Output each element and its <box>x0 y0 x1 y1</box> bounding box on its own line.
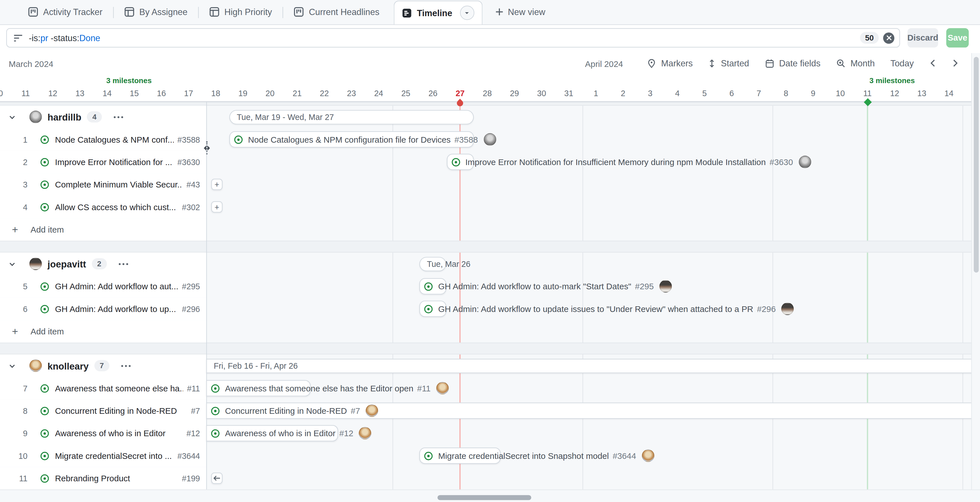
table-row[interactable]: 6GH Admin: Add workflow to up...#296 <box>0 298 206 320</box>
chevron-down-icon[interactable] <box>8 260 16 268</box>
group-menu-button[interactable] <box>121 365 130 367</box>
open-issue-icon <box>40 157 49 166</box>
day-label: 10 <box>0 89 11 98</box>
row-number: 7 <box>0 384 27 393</box>
table-row[interactable]: 9Awareness of who is in Editor#12 <box>0 422 206 445</box>
today-button[interactable]: Today <box>890 58 914 68</box>
issue-title: Migrate credentialSecret into ... <box>55 451 173 460</box>
open-issue-icon <box>40 473 49 483</box>
add-date-button[interactable]: + <box>211 178 223 190</box>
day-label: 16 <box>149 89 174 98</box>
table-row[interactable]: 3Complete Minimum Viable Secur...#43 <box>0 173 206 196</box>
day-label: 25 <box>393 89 418 98</box>
issue-number: #302 <box>182 202 200 212</box>
scroll-to-bar-left-button[interactable] <box>211 472 223 484</box>
tab-current-headlines[interactable]: Current Headlines <box>283 0 390 24</box>
day-label: 10 <box>828 89 853 98</box>
day-label: 30 <box>529 89 554 98</box>
rows-icon <box>402 8 412 18</box>
bar-issue-title: GH Admin: Add workflow to update issues … <box>438 304 753 313</box>
table-row[interactable]: 7Awareness that someone else ha...#11 <box>0 377 206 399</box>
clear-filter-button[interactable] <box>883 32 894 44</box>
assignee-avatar <box>781 303 794 315</box>
table-row[interactable]: 8Concurrent Editing in Node-RED#7 <box>0 399 206 422</box>
column-resize-handle[interactable] <box>201 141 213 154</box>
plus-icon: + <box>12 326 18 336</box>
milestones-label-april[interactable]: 3 milestones <box>869 76 915 85</box>
tab-high-priority[interactable]: High Priority <box>199 0 283 24</box>
scroll-left-button[interactable] <box>929 59 936 67</box>
tab-timeline[interactable]: Timeline <box>394 0 482 24</box>
chevron-down-icon[interactable] <box>8 362 16 370</box>
table-row[interactable]: 5GH Admin: Add workflow to aut...#295 <box>0 275 206 298</box>
timeline-bar[interactable] <box>206 425 338 441</box>
tab-label: Timeline <box>417 8 452 18</box>
day-label: 11 <box>13 89 38 98</box>
add-date-button[interactable]: + <box>211 201 223 213</box>
group-date-range-label: Fri, Feb 16 - Fri, Apr 26 <box>214 361 298 371</box>
filter-input[interactable]: -is:pr -status:Done 50 <box>6 28 900 47</box>
issue-number: #296 <box>182 304 200 313</box>
bar-issue-number: #12 <box>339 429 353 438</box>
table-row[interactable]: 10Migrate credentialSecret into ...#3644 <box>0 445 206 467</box>
markers-button[interactable]: Markers <box>647 58 693 68</box>
timeline-bar[interactable] <box>447 154 474 170</box>
timeline-bar[interactable] <box>229 131 474 148</box>
issue-number: #3630 <box>178 157 200 166</box>
timeline-bar[interactable] <box>419 278 447 295</box>
table-row[interactable]: 1Node Catalogues & NPM conf...#3588 <box>0 128 206 151</box>
vertical-scrollbar-thumb[interactable] <box>974 57 979 273</box>
table-row[interactable]: 2Improve Error Notification for ...#3630 <box>0 151 206 173</box>
table-icon <box>209 7 219 17</box>
milestones-label-march[interactable]: 3 milestones <box>107 76 152 85</box>
open-issue-icon <box>40 304 49 313</box>
issue-title: Rebranding Product <box>55 473 178 483</box>
assignee-avatar <box>436 382 449 395</box>
timeline-bar[interactable] <box>419 301 447 317</box>
new-view-button[interactable]: New view <box>486 0 554 24</box>
open-issue-icon <box>40 282 49 291</box>
chevron-down-icon[interactable] <box>8 113 16 121</box>
month-label-april: April 2024 <box>585 59 623 69</box>
scroll-right-button[interactable] <box>952 59 959 67</box>
add-item-button[interactable]: +Add item <box>0 218 206 241</box>
table-row[interactable]: 4Allow CS access to which cust...#302 <box>0 196 206 218</box>
timeline-bar[interactable] <box>419 448 501 464</box>
zoom-level-button[interactable]: Month <box>836 58 875 68</box>
timeline-bar[interactable] <box>206 402 971 419</box>
add-item-label: Add item <box>30 225 64 234</box>
group-separator <box>0 241 971 253</box>
group-menu-button[interactable] <box>119 263 128 265</box>
group-name: hardillb <box>48 112 81 122</box>
horizontal-scrollbar-thumb[interactable] <box>438 495 531 500</box>
calendar-icon <box>765 59 774 68</box>
week-gridline <box>963 102 963 489</box>
day-label: 23 <box>339 89 364 98</box>
issue-number: #11 <box>187 384 200 393</box>
discard-button[interactable]: Discard <box>907 28 938 47</box>
tab-activity-tracker[interactable]: Activity Tracker <box>18 0 113 24</box>
tab-by-assignee[interactable]: By Assignee <box>114 0 198 24</box>
tab-options-button[interactable] <box>460 6 474 20</box>
row-number: 9 <box>0 429 27 438</box>
day-label: 18 <box>203 89 228 98</box>
group-header-joepavitt[interactable]: joepavitt2 <box>0 252 206 275</box>
add-item-button[interactable]: +Add item <box>0 320 206 342</box>
timeline-bar[interactable] <box>206 380 311 396</box>
day-label: 27 <box>448 89 473 98</box>
sidebar-border <box>206 102 207 489</box>
row-number: 11 <box>0 473 27 483</box>
group-header-hardillb[interactable]: hardillb4 <box>0 105 206 128</box>
date-fields-button[interactable]: Date fields <box>765 58 821 68</box>
open-issue-icon <box>40 180 49 189</box>
open-issue-icon <box>40 451 49 460</box>
sort-button[interactable]: Started <box>708 58 749 68</box>
table-row[interactable]: 11Rebranding Product#199 <box>0 467 206 489</box>
avatar <box>30 359 42 372</box>
group-date-range[interactable] <box>206 359 971 373</box>
save-button[interactable]: Save <box>946 28 969 47</box>
open-issue-icon <box>40 384 49 393</box>
timeline-content: hardillb41Node Catalogues & NPM conf...#… <box>0 102 971 489</box>
group-menu-button[interactable] <box>114 116 123 118</box>
group-header-knolleary[interactable]: knolleary7 <box>0 354 206 377</box>
